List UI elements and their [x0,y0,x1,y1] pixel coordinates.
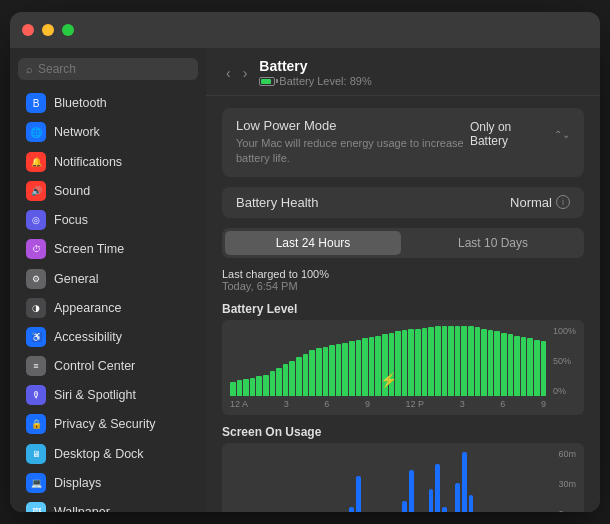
sidebar-item-screen-time[interactable]: ⏱ Screen Time [18,235,198,263]
screen-usage-section: Screen On Usage 60m 30m 0m 12 A [222,425,584,512]
screen-usage-chart: 60m 30m 0m 12 A 3 6 9 12 P 3 [222,443,584,512]
sidebar-item-network[interactable]: 🌐 Network [18,118,198,146]
x-label-12p: 12 P [406,399,425,409]
forward-arrow[interactable]: › [239,63,252,83]
sidebar-item-wallpaper[interactable]: 🖼 Wallpaper [18,498,198,512]
low-power-mode-left: Low Power Mode Your Mac will reduce ener… [236,118,470,167]
wallpaper-icon: 🖼 [26,502,46,512]
nav-arrows: ‹ › [222,63,251,83]
sidebar-item-appearance[interactable]: ◑ Appearance [18,294,198,322]
y-label-100: 100% [553,326,576,336]
low-power-mode-desc: Your Mac will reduce energy usage to inc… [236,136,470,167]
sidebar-item-label: Privacy & Security [54,417,155,431]
y-label-0: 0% [553,386,576,396]
sidebar-item-general[interactable]: ⚙ General [18,265,198,293]
sidebar-item-siri-spotlight[interactable]: 🎙 Siri & Spotlight [18,381,198,409]
sound-icon: 🔊 [26,181,46,201]
sidebar-item-label: Displays [54,476,101,490]
sidebar-item-label: Bluetooth [54,96,107,110]
sidebar-item-label: Accessibility [54,330,122,344]
battery-health-label: Battery Health [236,195,318,210]
battery-level-chart-title: Battery Level [222,302,584,316]
sidebar-item-label: Network [54,125,100,139]
back-arrow[interactable]: ‹ [222,63,235,83]
appearance-icon: ◑ [26,298,46,318]
usage-y-30m: 30m [558,479,576,489]
header-subtitle: Battery Level: 89% [259,75,371,87]
tab-24h[interactable]: Last 24 Hours [225,231,401,255]
sidebar-item-accessibility[interactable]: ♿ Accessibility [18,323,198,351]
accessibility-icon: ♿ [26,327,46,347]
last-charged-time: Today, 6:54 PM [222,280,298,292]
sidebar-item-label: Wallpaper [54,505,110,512]
displays-icon: 💻 [26,473,46,493]
battery-status-icon [259,77,275,86]
x-label-9: 9 [365,399,370,409]
battery-chart-area: ⚡ 100% 50% 0% [230,326,576,396]
sidebar-item-privacy-security[interactable]: 🔒 Privacy & Security [18,410,198,438]
sidebar-item-label: General [54,272,98,286]
sidebar-item-bluetooth[interactable]: B Bluetooth [18,89,198,117]
notifications-icon: 🔔 [26,152,46,172]
x-label-3p: 3 [460,399,465,409]
minimize-button[interactable] [42,24,54,36]
low-power-mode-row: Low Power Mode Your Mac will reduce ener… [222,108,584,177]
sidebar-item-control-center[interactable]: ≡ Control Center [18,352,198,380]
search-box[interactable]: ⌕ [18,58,198,80]
last-charged-info: Last charged to 100% Today, 6:54 PM [222,268,584,292]
usage-y-labels: 60m 30m 0m [558,449,576,512]
sidebar-item-focus[interactable]: ◎ Focus [18,206,198,234]
last-charged-prefix: Last charged to 100% [222,268,329,280]
usage-bars [230,449,546,512]
sidebar-item-label: Sound [54,184,90,198]
sidebar: ⌕ B Bluetooth 🌐 Network 🔔 Notifications … [10,48,206,512]
focus-icon: ◎ [26,210,46,230]
tabs-row: Last 24 Hours Last 10 Days [222,228,584,258]
charging-bolt-icon: ⚡ [380,372,397,388]
low-power-mode-value: Only on Battery [470,120,550,148]
general-icon: ⚙ [26,269,46,289]
screen-time-icon: ⏱ [26,239,46,259]
sidebar-item-label: Notifications [54,155,122,169]
dropdown-arrow-icon: ⌃⌄ [554,129,570,140]
low-power-mode-title: Low Power Mode [236,118,470,133]
network-icon: 🌐 [26,122,46,142]
usage-y-0m: 0m [558,509,576,512]
low-power-mode-right[interactable]: Only on Battery ⌃⌄ [470,120,570,148]
x-label-3: 3 [284,399,289,409]
close-button[interactable] [22,24,34,36]
y-label-50: 50% [553,356,576,366]
battery-bars-area: ⚡ [230,326,546,396]
search-icon: ⌕ [26,63,33,75]
x-label-6p: 6 [500,399,505,409]
main-body: Low Power Mode Your Mac will reduce ener… [206,96,600,512]
sidebar-item-label: Control Center [54,359,135,373]
tab-10d[interactable]: Last 10 Days [405,231,581,255]
screen-usage-chart-title: Screen On Usage [222,425,584,439]
bluetooth-icon: B [26,93,46,113]
sidebar-item-label: Siri & Spotlight [54,388,136,402]
x-label-12a: 12 A [230,399,248,409]
screen-usage-chart-area: 60m 30m 0m [230,449,576,512]
maximize-button[interactable] [62,24,74,36]
sidebar-item-notifications[interactable]: 🔔 Notifications [18,148,198,176]
sidebar-item-desktop-dock[interactable]: 🖥 Desktop & Dock [18,440,198,468]
sidebar-item-label: Appearance [54,301,121,315]
sidebar-item-label: Desktop & Dock [54,447,144,461]
page-title: Battery [259,58,371,74]
sidebar-item-displays[interactable]: 💻 Displays [18,469,198,497]
x-label-6: 6 [324,399,329,409]
sidebar-item-sound[interactable]: 🔊 Sound [18,177,198,205]
sidebar-item-label: Screen Time [54,242,124,256]
privacy-icon: 🔒 [26,414,46,434]
sidebar-item-label: Focus [54,213,88,227]
search-input[interactable] [38,62,190,76]
battery-level-text: Battery Level: 89% [279,75,371,87]
usage-y-60m: 60m [558,449,576,459]
siri-icon: 🎙 [26,385,46,405]
battery-level-chart: ⚡ 100% 50% 0% 12 A 3 6 9 [222,320,584,415]
titlebar [10,12,600,48]
control-center-icon: ≡ [26,356,46,376]
info-icon[interactable]: i [556,195,570,209]
battery-level-section: Battery Level ⚡ 100% 50% 0% [222,302,584,415]
